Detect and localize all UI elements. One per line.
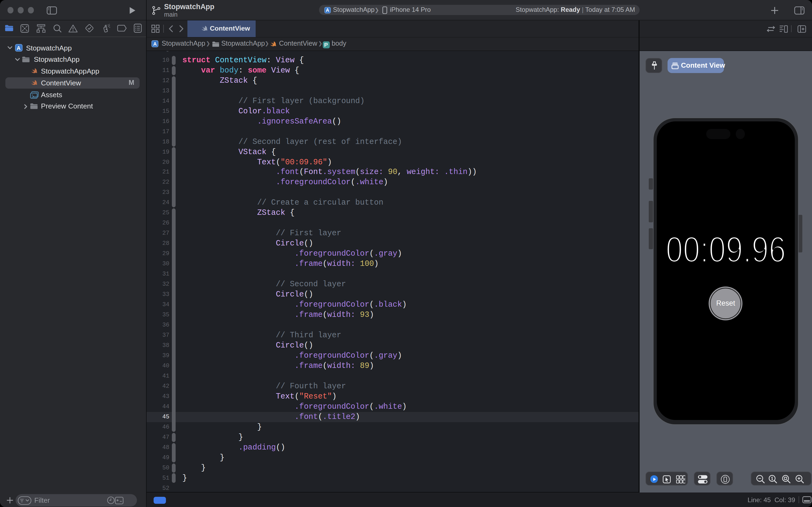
svg-text:00:09.96: 00:09.96 [665,229,786,270]
